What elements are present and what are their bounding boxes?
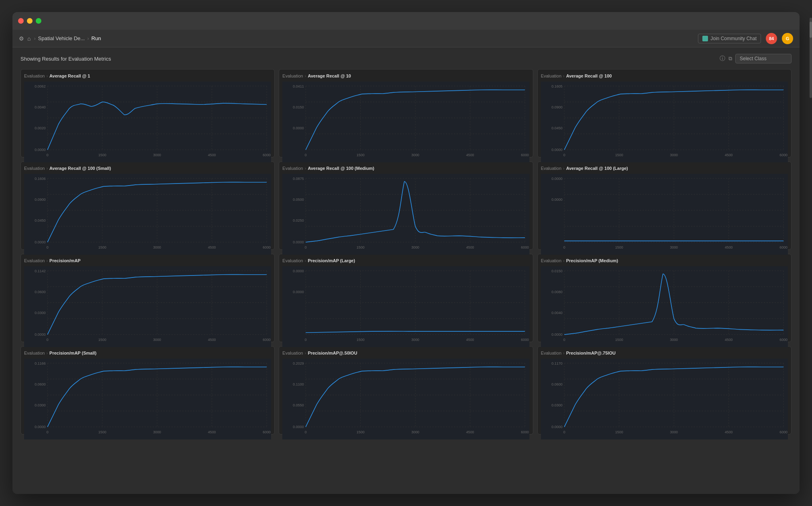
chart-card-avg-recall-10[interactable]: Evaluation › Average Recall @ 10 0.04110… xyxy=(279,69,533,157)
svg-text:1500: 1500 xyxy=(357,430,365,434)
svg-text:0.0000: 0.0000 xyxy=(293,269,304,273)
chart-card-precision-map-50iou[interactable]: Evaluation › Precision/mAP@.50IOU 0.2029… xyxy=(279,346,533,435)
chart-title: Average Recall @ 100 (Small) xyxy=(49,166,111,171)
svg-text:1500: 1500 xyxy=(98,338,106,342)
svg-text:0: 0 xyxy=(47,338,49,342)
chart-card-precision-map-large[interactable]: Evaluation › Precision/mAP (Large) 0.000… xyxy=(279,254,533,342)
svg-text:0: 0 xyxy=(563,338,565,342)
chart-svg-avg-recall-100: 0.16050.09000.04500.00000150030004500600… xyxy=(541,81,788,163)
maximize-button[interactable] xyxy=(36,18,41,24)
charts-grid: Evaluation › Average Recall @ 1 0.00620.… xyxy=(20,69,792,435)
svg-text:0.0150: 0.0150 xyxy=(551,269,562,273)
svg-text:0.0000: 0.0000 xyxy=(35,148,45,152)
chart-card-avg-recall-1[interactable]: Evaluation › Average Recall @ 1 0.00620.… xyxy=(20,69,275,157)
svg-rect-79 xyxy=(282,174,529,255)
info-icon[interactable]: ⓘ xyxy=(720,55,725,62)
chart-header-sep: › xyxy=(563,73,565,78)
chart-card-avg-recall-100-medium[interactable]: Evaluation › Average Recall @ 100 (Mediu… xyxy=(279,161,533,250)
settings-icon[interactable]: ⚙ xyxy=(19,35,24,42)
svg-rect-175 xyxy=(24,359,271,439)
svg-rect-137 xyxy=(282,266,529,347)
breadcrumb-project[interactable]: Spatial Vehicle De... xyxy=(38,35,85,41)
chart-card-precision-map-medium[interactable]: Evaluation › Precision/mAP (Medium) 0.01… xyxy=(537,254,792,342)
chart-body-avg-recall-100-large: 0.00000.000001500300045006000 xyxy=(541,173,788,255)
svg-text:0.1100: 0.1100 xyxy=(293,382,304,386)
chart-svg-precision-map-75iou: 0.11700.06000.03000.00000150030004500600… xyxy=(541,358,788,440)
join-chat-label: Join Community Chat xyxy=(710,36,757,41)
svg-text:3000: 3000 xyxy=(412,153,420,157)
chart-card-avg-recall-100-large[interactable]: Evaluation › Average Recall @ 100 (Large… xyxy=(537,161,792,250)
chart-header-avg-recall-100-medium: Evaluation › Average Recall @ 100 (Mediu… xyxy=(282,166,529,171)
minimize-button[interactable] xyxy=(27,18,33,24)
svg-text:6000: 6000 xyxy=(263,430,271,434)
avatar-label: 84 xyxy=(769,36,774,41)
chart-title: Precision/mAP (Small) xyxy=(49,351,96,355)
chart-header-avg-recall-1: Evaluation › Average Recall @ 1 xyxy=(24,73,271,78)
svg-rect-0 xyxy=(24,82,271,162)
svg-text:0: 0 xyxy=(305,245,307,249)
svg-text:3000: 3000 xyxy=(153,430,161,434)
svg-text:6000: 6000 xyxy=(779,430,788,434)
svg-text:0.0875: 0.0875 xyxy=(293,177,304,181)
home-icon[interactable]: ⌂ xyxy=(27,35,31,42)
avatar-notifications[interactable]: 84 xyxy=(766,33,777,44)
chart-svg-precision-map-medium: 0.01500.00800.00400.00000150030004500600… xyxy=(541,265,788,348)
filter-icon: ⧉ xyxy=(728,55,732,62)
chart-category: Evaluation xyxy=(541,166,561,171)
chart-card-precision-map-75iou[interactable]: Evaluation › Precision/mAP@.75IOU 0.1170… xyxy=(537,346,792,435)
chart-card-avg-recall-100-small[interactable]: Evaluation › Average Recall @ 100 (Small… xyxy=(20,161,275,250)
svg-rect-59 xyxy=(24,174,271,255)
svg-text:1500: 1500 xyxy=(615,430,623,434)
svg-text:4500: 4500 xyxy=(466,338,474,342)
chart-header-avg-recall-100-small: Evaluation › Average Recall @ 100 (Small… xyxy=(24,166,271,171)
svg-text:4500: 4500 xyxy=(208,153,216,157)
breadcrumb-current: Run xyxy=(92,35,101,41)
svg-text:0.0500: 0.0500 xyxy=(293,198,304,202)
chart-svg-precision-map-large: 0.00000.000001500300045006000 xyxy=(282,265,529,348)
svg-text:3000: 3000 xyxy=(670,430,678,434)
chart-category: Evaluation xyxy=(282,258,303,263)
chart-header-sep: › xyxy=(305,351,306,355)
class-filter-select[interactable]: Select Class xyxy=(735,54,792,63)
svg-text:4500: 4500 xyxy=(466,245,474,249)
svg-text:0.0040: 0.0040 xyxy=(35,105,45,109)
svg-text:0.0062: 0.0062 xyxy=(35,84,45,88)
chart-body-precision-map: 0.11420.06000.03000.00000150030004500600… xyxy=(24,265,271,348)
chart-title: Precision/mAP (Large) xyxy=(308,258,355,263)
chart-body-avg-recall-100-small: 0.16060.09000.04500.00000150030004500600… xyxy=(24,173,271,255)
svg-text:0.2029: 0.2029 xyxy=(293,361,304,365)
chart-header-sep: › xyxy=(305,73,306,78)
breadcrumb: › Spatial Vehicle De... › Run xyxy=(34,35,101,41)
chart-header-sep: › xyxy=(46,258,48,263)
svg-text:0.1166: 0.1166 xyxy=(35,361,45,365)
avatar-user-label: G xyxy=(786,36,790,41)
avatar-user[interactable]: G xyxy=(782,33,793,44)
svg-rect-39 xyxy=(541,82,788,162)
breadcrumb-sep-1: › xyxy=(34,35,35,41)
svg-text:0.0000: 0.0000 xyxy=(551,425,562,429)
svg-text:3000: 3000 xyxy=(412,245,420,249)
join-chat-button[interactable]: Join Community Chat xyxy=(698,34,761,43)
chart-card-precision-map[interactable]: Evaluation › Precision/mAP 0.11420.06000… xyxy=(20,254,275,342)
svg-text:1500: 1500 xyxy=(98,245,106,249)
chart-category: Evaluation xyxy=(24,351,45,355)
svg-text:4500: 4500 xyxy=(724,245,732,249)
svg-text:3000: 3000 xyxy=(670,338,678,342)
svg-rect-20 xyxy=(282,82,529,162)
svg-text:0: 0 xyxy=(563,245,565,249)
chart-svg-avg-recall-100-medium: 0.08750.05000.02500.00000150030004500600… xyxy=(282,173,529,255)
chart-card-avg-recall-100[interactable]: Evaluation › Average Recall @ 100 0.1605… xyxy=(537,69,792,157)
chart-header-sep: › xyxy=(563,258,565,263)
svg-rect-117 xyxy=(24,266,271,347)
main-content: Showing Results for Evaluation Metrics ⓘ… xyxy=(12,47,800,494)
chart-card-precision-map-small[interactable]: Evaluation › Precision/mAP (Small) 0.116… xyxy=(20,346,275,435)
svg-text:4500: 4500 xyxy=(208,245,216,249)
svg-text:0.0600: 0.0600 xyxy=(551,382,562,386)
svg-text:1500: 1500 xyxy=(98,153,106,157)
svg-text:0.0000: 0.0000 xyxy=(293,425,304,429)
chart-category: Evaluation xyxy=(282,166,303,171)
svg-text:0.0080: 0.0080 xyxy=(551,290,562,294)
svg-rect-215 xyxy=(541,359,788,439)
close-button[interactable] xyxy=(18,18,24,24)
svg-text:0: 0 xyxy=(47,245,49,249)
